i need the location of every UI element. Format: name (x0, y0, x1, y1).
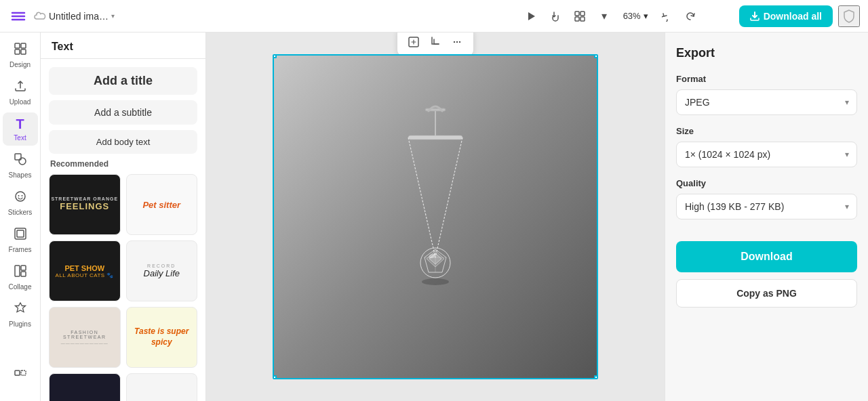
stickers-icon (14, 190, 27, 207)
sidebar-item-text[interactable]: T Text (3, 112, 38, 146)
sidebar-item-collage[interactable]: Collage (3, 260, 38, 295)
document-title-section: Untitled ima… ▾ (34, 10, 115, 22)
sidebar-bottom (3, 365, 38, 396)
svg-point-27 (459, 41, 460, 43)
svg-rect-23 (21, 371, 26, 375)
format-select[interactable]: JPEG PNG PDF SVG GIF MP4 (676, 89, 857, 115)
handle-bottom-left[interactable] (273, 375, 277, 379)
canvas-background (274, 56, 597, 378)
play-button[interactable] (520, 5, 542, 27)
template-item-petsitter[interactable]: Pet sitter (126, 174, 198, 235)
template-item-freedom[interactable]: FREEDOM (49, 373, 121, 401)
resize-canvas-button[interactable] (404, 33, 423, 51)
text-icon: T (16, 117, 24, 132)
more-icon (14, 369, 27, 386)
shield-button[interactable] (838, 5, 860, 27)
sidebar-item-shapes[interactable]: Shapes (3, 148, 38, 183)
canvas-image[interactable] (273, 54, 598, 379)
cloud-icon (34, 10, 46, 22)
redo-button[interactable] (679, 5, 701, 27)
template-item-spicy[interactable]: Taste is super spicy (126, 307, 198, 368)
sidebar-item-design[interactable]: Design (3, 38, 38, 72)
canvas-area (206, 33, 665, 401)
text-panel-title: Text (52, 41, 73, 52)
export-panel: Export Format JPEG PNG PDF SVG GIF MP4 ▾… (665, 33, 868, 401)
svg-rect-7 (580, 17, 585, 21)
add-body-button[interactable]: Add body text (49, 130, 197, 154)
format-label: Format (676, 74, 857, 84)
app-logo[interactable] (8, 6, 28, 26)
layout-button[interactable] (569, 5, 591, 27)
upload-icon (14, 79, 27, 96)
icon-sidebar: Design Upload T Text Shapes (0, 33, 41, 401)
stickers-label: Stickers (8, 209, 33, 216)
center-controls: ▾ 63% ▾ (520, 5, 701, 27)
sidebar-item-more[interactable] (3, 365, 38, 390)
text-panel: Text Add a title Add a subtitle Add body… (41, 33, 206, 401)
download-all-button[interactable]: Download all (739, 5, 833, 27)
undo-button[interactable] (656, 5, 678, 27)
template-item-special[interactable]: SPECIAL (126, 373, 198, 401)
svg-rect-6 (575, 17, 579, 21)
template-item-petshow[interactable]: PET SHOW all about cats 🐾 (49, 240, 121, 301)
title-chevron-icon[interactable]: ▾ (111, 12, 115, 20)
crop-canvas-button[interactable] (426, 33, 445, 51)
svg-point-40 (422, 278, 449, 285)
sidebar-item-frames[interactable]: Frames (3, 223, 38, 257)
sidebar-item-stickers[interactable]: Stickers (3, 186, 38, 220)
svg-point-16 (21, 195, 22, 196)
frames-icon (14, 227, 27, 244)
download-button[interactable]: Download (676, 241, 857, 272)
sidebar-item-plugins[interactable]: Plugins (3, 297, 38, 332)
svg-rect-9 (21, 43, 26, 48)
handle-top-left[interactable] (273, 54, 277, 58)
zoom-control[interactable]: 63% ▾ (618, 8, 654, 24)
add-title-button[interactable]: Add a title (49, 67, 197, 95)
undo-redo-group (656, 5, 701, 27)
quality-label: Quality (676, 178, 857, 188)
shapes-label: Shapes (9, 171, 32, 179)
svg-line-32 (435, 138, 462, 257)
collage-icon (14, 264, 27, 281)
svg-rect-19 (15, 266, 20, 276)
size-label: Size (676, 126, 857, 136)
jewelry-svg (368, 95, 503, 339)
template-item-feelings[interactable]: STREETWEAR ORANGE FEELINGS (49, 174, 121, 235)
svg-point-12 (19, 158, 26, 165)
handle-bottom-right[interactable] (594, 375, 598, 379)
svg-line-31 (408, 138, 435, 257)
hand-tool-button[interactable] (545, 5, 566, 27)
canvas-wrapper (273, 54, 598, 379)
sidebar-item-upload[interactable]: Upload (3, 75, 38, 110)
svg-rect-8 (15, 43, 20, 48)
layout-chevron-button[interactable]: ▾ (593, 5, 615, 27)
document-title[interactable]: Untitled ima… (49, 11, 108, 22)
svg-rect-18 (17, 230, 24, 237)
svg-rect-10 (15, 49, 20, 54)
handle-top-right[interactable] (594, 54, 598, 58)
svg-rect-20 (21, 266, 26, 270)
size-select-wrapper: 0.5× (512 × 512 px) 1× (1024 × 1024 px) … (676, 142, 857, 167)
upload-label: Upload (9, 98, 31, 106)
canvas-toolbar (397, 33, 473, 56)
quality-select-wrapper: Low Medium High (139 KB - 277 KB) ▾ (676, 194, 857, 219)
template-item-fashion[interactable]: fashion streetwear —————————— (49, 307, 121, 368)
text-panel-header: Text (41, 33, 205, 59)
zoom-chevron-icon: ▾ (644, 11, 648, 21)
svg-rect-29 (408, 135, 462, 140)
copy-as-png-button[interactable]: Copy as PNG (676, 279, 857, 308)
template-item-dailylife[interactable]: RECORD Daily Life (126, 240, 198, 301)
collage-label: Collage (9, 283, 32, 291)
svg-rect-21 (21, 272, 26, 276)
svg-point-15 (18, 195, 19, 196)
zoom-level: 63% (623, 11, 641, 21)
shapes-icon (14, 152, 27, 169)
text-panel-body: Add a title Add a subtitle Add body text… (41, 59, 205, 401)
add-subtitle-button[interactable]: Add a subtitle (49, 100, 197, 125)
quality-select[interactable]: Low Medium High (139 KB - 277 KB) (676, 194, 857, 219)
format-select-wrapper: JPEG PNG PDF SVG GIF MP4 ▾ (676, 89, 857, 115)
size-select[interactable]: 0.5× (512 × 512 px) 1× (1024 × 1024 px) … (676, 142, 857, 167)
more-canvas-button[interactable] (448, 33, 467, 51)
svg-point-14 (16, 192, 25, 201)
topbar: Untitled ima… ▾ ▾ 63% ▾ (0, 0, 868, 33)
